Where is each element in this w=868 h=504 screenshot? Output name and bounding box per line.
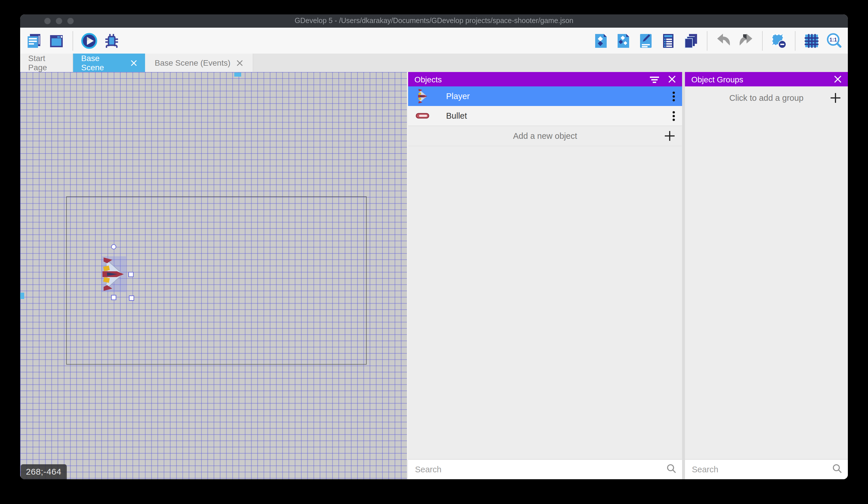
object-name: Player [446,92,470,101]
debug-icon[interactable] [102,31,121,50]
plus-icon[interactable] [665,131,675,141]
close-panel-icon[interactable] [668,75,676,83]
plus-icon[interactable] [830,93,840,103]
redo-icon[interactable] [737,31,755,50]
object-groups-panel-icon[interactable] [614,31,633,50]
filter-icon[interactable] [650,75,659,83]
cursor-coordinates: 268;-464 [21,464,66,479]
groups-search-input[interactable] [691,464,832,475]
editor-tab-bar: Start Page Base Scene Base Scene (Events… [20,53,848,72]
scene-canvas[interactable]: 268;-464 [20,72,407,479]
objects-panel: Objects Player [408,72,682,479]
objects-panel-header: Objects [408,72,682,87]
tab-close-icon[interactable] [237,60,243,66]
tab-start-page[interactable]: Start Page [20,53,73,72]
objects-panel-body [408,146,682,459]
tab-label: Base Scene (Events) [155,58,230,67]
objects-search-bar [408,459,682,479]
tab-label: Base Scene [81,53,124,72]
toolbar-separator [707,31,707,50]
resize-handle-bottom[interactable] [111,295,116,300]
main-toolbar: 1:1 [20,28,848,53]
play-icon[interactable] [80,31,99,50]
mask-icon[interactable] [769,31,788,50]
search-icon [832,463,842,475]
object-row-player[interactable]: Player [408,87,682,106]
player-thumbnail-icon [415,89,430,104]
editor-content: 268;-464 Objects [20,72,848,479]
tab-base-scene[interactable]: Base Scene [73,53,145,72]
title-bar: GDevelop 5 - /Users/dkarakay/Documents/G… [20,14,848,28]
toolbar-separator [795,31,795,50]
desktop-background: GDevelop 5 - /Users/dkarakay/Documents/G… [0,0,868,504]
layers-panel-icon[interactable] [682,31,700,50]
open-scene-icon[interactable] [47,31,66,50]
instances-list-panel-icon[interactable] [659,31,678,50]
toolbar-left-group [25,31,121,50]
resize-handle-right[interactable] [128,272,134,277]
tab-label: Start Page [28,53,64,72]
rotate-handle[interactable] [111,244,116,249]
grid-icon[interactable] [802,31,821,50]
horizontal-scroll-thumb[interactable] [234,73,241,77]
object-groups-panel-title: Object Groups [691,74,743,84]
panel-divider[interactable] [682,72,685,479]
toolbar-right-group: 1:1 [592,31,843,50]
add-group-label: Click to add a group [729,93,804,102]
tab-base-scene-events[interactable]: Base Scene (Events) [145,53,253,72]
toolbar-separator [762,31,763,50]
svg-text:1:1: 1:1 [829,37,837,42]
object-groups-panel-header: Object Groups [685,72,848,87]
object-menu-icon[interactable] [672,110,675,121]
object-groups-panel-body [685,109,848,459]
toolbar-separator [73,31,73,50]
window-title: GDevelop 5 - /Users/dkarakay/Documents/G… [20,14,848,28]
objects-panel-title: Objects [414,74,442,84]
object-name: Bullet [446,111,467,120]
objects-search-input[interactable] [414,464,666,475]
bullet-thumbnail-icon [415,108,430,123]
zoom-1-1-icon[interactable]: 1:1 [825,31,843,50]
add-group-button[interactable]: Click to add a group [685,87,848,109]
close-panel-icon[interactable] [834,75,841,83]
objects-panel-icon[interactable] [592,31,610,50]
object-row-bullet[interactable]: Bullet [408,106,682,126]
vertical-scroll-thumb[interactable] [20,293,24,299]
player-instance-sprite[interactable] [101,256,125,292]
object-groups-panel: Object Groups Click to add a group [685,72,848,479]
resize-handle-corner[interactable] [129,295,134,301]
add-object-button[interactable]: Add a new object [408,126,682,146]
project-manager-icon[interactable] [25,31,43,50]
gdevelop-window: GDevelop 5 - /Users/dkarakay/Documents/G… [20,14,848,479]
search-icon [666,463,676,475]
properties-panel-icon[interactable] [637,31,655,50]
undo-icon[interactable] [714,31,733,50]
tab-close-icon[interactable] [131,60,137,66]
groups-search-bar [685,459,848,479]
add-object-label: Add a new object [513,131,577,141]
object-menu-icon[interactable] [672,91,675,102]
